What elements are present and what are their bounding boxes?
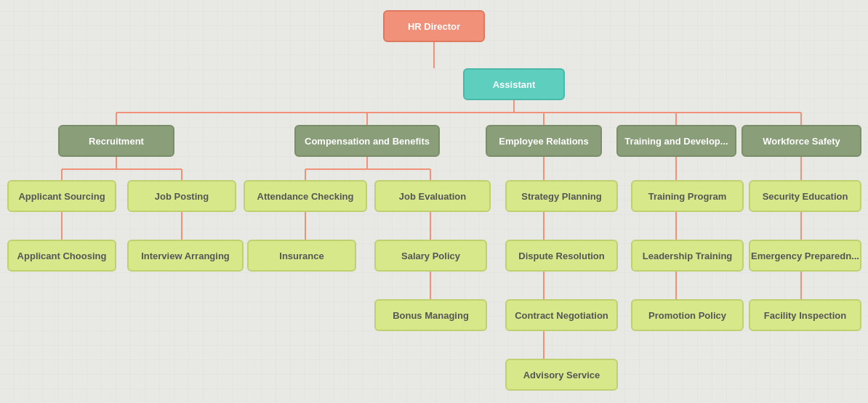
leaf-job-posting: Job Posting <box>127 180 236 212</box>
leaf-promotion-label: Promotion Policy <box>648 310 726 321</box>
dept-training: Training and Develop... <box>616 125 736 157</box>
leaf-promotion: Promotion Policy <box>631 299 744 331</box>
dept-comp-benefits: Compensation and Benefits <box>294 125 440 157</box>
dept-comp-benefits-label: Compensation and Benefits <box>305 136 430 147</box>
leaf-insurance-label: Insurance <box>279 251 324 261</box>
leaf-contract: Contract Negotiation <box>505 299 618 331</box>
leaf-app-choosing: Applicant Choosing <box>7 240 116 272</box>
director-node: HR Director <box>383 10 485 42</box>
leaf-job-eval: Job Evaluation <box>374 180 491 212</box>
leaf-app-choosing-label: Applicant Choosing <box>17 251 107 261</box>
leaf-security-label: Security Education <box>763 191 848 202</box>
leaf-attendance: Attendance Checking <box>244 180 367 212</box>
leaf-dispute: Dispute Resolution <box>505 240 618 272</box>
leaf-emergency: Emergency Preparedn... <box>749 240 861 272</box>
leaf-security: Security Education <box>749 180 861 212</box>
leaf-emergency-label: Emergency Preparedn... <box>751 251 859 261</box>
dept-emp-relations-label: Employee Relations <box>499 136 589 147</box>
org-chart: HR Director Assistant Recruitment Compen… <box>0 0 868 403</box>
leaf-training-prog-label: Training Program <box>648 191 727 202</box>
leaf-training-prog: Training Program <box>631 180 744 212</box>
leaf-attendance-label: Attendance Checking <box>257 191 354 202</box>
leaf-job-eval-label: Job Evaluation <box>399 191 466 202</box>
leaf-app-sourcing-label: Applicant Sourcing <box>18 191 105 202</box>
leaf-strategy: Strategy Planning <box>505 180 618 212</box>
leaf-leadership-label: Leadership Training <box>643 251 733 261</box>
leaf-interview-label: Interview Arranging <box>141 251 230 261</box>
leaf-bonus-label: Bonus Managing <box>393 310 469 321</box>
dept-training-label: Training and Develop... <box>624 136 728 147</box>
leaf-contract-label: Contract Negotiation <box>515 310 608 321</box>
leaf-job-posting-label: Job Posting <box>155 191 209 202</box>
leaf-facility-label: Facility Inspection <box>764 310 846 321</box>
leaf-advisory: Advisory Service <box>505 359 618 391</box>
dept-recruitment-label: Recruitment <box>89 136 144 147</box>
leaf-app-sourcing: Applicant Sourcing <box>7 180 116 212</box>
leaf-leadership: Leadership Training <box>631 240 744 272</box>
dept-workforce: Workforce Safety <box>742 125 861 157</box>
leaf-salary: Salary Policy <box>374 240 487 272</box>
assistant-node: Assistant <box>463 68 565 100</box>
leaf-bonus: Bonus Managing <box>374 299 487 331</box>
leaf-advisory-label: Advisory Service <box>523 370 600 380</box>
leaf-insurance: Insurance <box>247 240 356 272</box>
leaf-salary-label: Salary Policy <box>401 251 460 261</box>
dept-recruitment: Recruitment <box>58 125 174 157</box>
leaf-dispute-label: Dispute Resolution <box>518 251 604 261</box>
dept-workforce-label: Workforce Safety <box>763 136 840 147</box>
assistant-label: Assistant <box>493 79 536 90</box>
leaf-strategy-label: Strategy Planning <box>521 191 602 202</box>
leaf-facility: Facility Inspection <box>749 299 861 331</box>
dept-emp-relations: Employee Relations <box>486 125 602 157</box>
director-label: HR Director <box>408 21 460 32</box>
leaf-interview: Interview Arranging <box>127 240 244 272</box>
